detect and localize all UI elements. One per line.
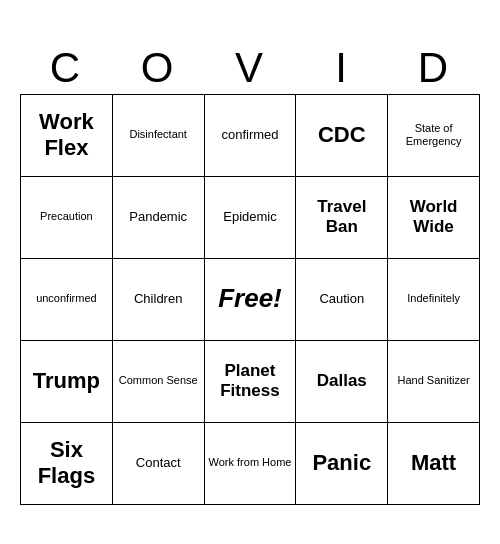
header-letter: V	[204, 40, 296, 94]
cell-text: Trump	[33, 368, 100, 394]
bingo-cell: Indefinitely	[388, 259, 480, 341]
cell-text: World Wide	[391, 197, 476, 238]
cell-text: Planet Fitness	[208, 361, 293, 402]
bingo-cell: Precaution	[21, 177, 113, 259]
cell-text: Children	[134, 291, 182, 307]
bingo-cell: Pandemic	[113, 177, 205, 259]
cell-text: Dallas	[317, 371, 367, 391]
bingo-cell: Dallas	[296, 341, 388, 423]
bingo-cell: CDC	[296, 95, 388, 177]
cell-text: Indefinitely	[407, 292, 460, 305]
header-letter: C	[20, 40, 112, 94]
cell-text: Common Sense	[119, 374, 198, 387]
bingo-cell: Planet Fitness	[205, 341, 297, 423]
bingo-cell: confirmed	[205, 95, 297, 177]
cell-text: Travel Ban	[299, 197, 384, 238]
cell-text: Epidemic	[223, 209, 276, 225]
bingo-cell: Free!	[205, 259, 297, 341]
bingo-cell: Contact	[113, 423, 205, 505]
bingo-cell: Epidemic	[205, 177, 297, 259]
bingo-cell: Caution	[296, 259, 388, 341]
cell-text: Six Flags	[24, 437, 109, 490]
bingo-cell: unconfirmed	[21, 259, 113, 341]
bingo-cell: World Wide	[388, 177, 480, 259]
cell-text: Free!	[218, 283, 282, 314]
cell-text: State of Emergency	[391, 122, 476, 148]
header-letter: O	[112, 40, 204, 94]
bingo-header: COVID	[20, 40, 480, 94]
cell-text: unconfirmed	[36, 292, 97, 305]
bingo-cell: Travel Ban	[296, 177, 388, 259]
bingo-card: COVID Work FlexDisinfectantconfirmedCDCS…	[20, 40, 480, 505]
header-letter: I	[296, 40, 388, 94]
bingo-cell: Common Sense	[113, 341, 205, 423]
bingo-cell: Six Flags	[21, 423, 113, 505]
bingo-cell: Trump	[21, 341, 113, 423]
bingo-cell: Work from Home	[205, 423, 297, 505]
cell-text: Pandemic	[129, 209, 187, 225]
header-letter: D	[388, 40, 480, 94]
bingo-cell: Work Flex	[21, 95, 113, 177]
bingo-grid: Work FlexDisinfectantconfirmedCDCState o…	[20, 94, 480, 505]
cell-text: confirmed	[221, 127, 278, 143]
cell-text: Disinfectant	[129, 128, 186, 141]
cell-text: Matt	[411, 450, 456, 476]
bingo-cell: State of Emergency	[388, 95, 480, 177]
cell-text: CDC	[318, 122, 366, 148]
bingo-cell: Children	[113, 259, 205, 341]
cell-text: Precaution	[40, 210, 93, 223]
cell-text: Contact	[136, 455, 181, 471]
bingo-cell: Hand Sanitizer	[388, 341, 480, 423]
cell-text: Work Flex	[24, 109, 109, 162]
bingo-cell: Matt	[388, 423, 480, 505]
bingo-cell: Panic	[296, 423, 388, 505]
cell-text: Caution	[319, 291, 364, 307]
bingo-cell: Disinfectant	[113, 95, 205, 177]
cell-text: Panic	[312, 450, 371, 476]
cell-text: Hand Sanitizer	[398, 374, 470, 387]
cell-text: Work from Home	[209, 456, 292, 469]
